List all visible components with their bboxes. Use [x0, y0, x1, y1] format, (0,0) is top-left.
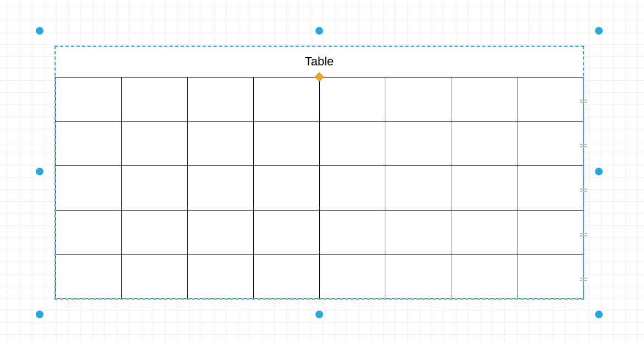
table-cell[interactable]: [319, 166, 385, 211]
table-cell[interactable]: [253, 78, 319, 122]
table-cell[interactable]: [451, 121, 517, 166]
table-row[interactable]: [56, 166, 583, 211]
table-cell[interactable]: [319, 78, 385, 122]
resize-handle-sw[interactable]: [36, 311, 43, 318]
resize-handle-w[interactable]: [36, 168, 43, 175]
row-divider-handle[interactable]: [580, 99, 587, 103]
table-cell[interactable]: [319, 210, 385, 255]
table-cell[interactable]: [451, 78, 517, 122]
table-cell[interactable]: [121, 210, 187, 255]
table-cell[interactable]: [319, 255, 385, 299]
table-cell[interactable]: [121, 166, 187, 211]
resize-handle-nw[interactable]: [36, 27, 43, 35]
row-divider-handle[interactable]: [580, 143, 587, 148]
table-cell[interactable]: [517, 210, 583, 255]
row-divider-handle[interactable]: [580, 188, 587, 192]
resize-handle-s[interactable]: [315, 311, 323, 318]
table-cell[interactable]: [517, 78, 583, 122]
table-row[interactable]: [56, 210, 583, 255]
table-cell[interactable]: [385, 210, 451, 255]
table-cell[interactable]: [121, 255, 187, 299]
table-cell[interactable]: [187, 166, 253, 211]
table-cell[interactable]: [319, 121, 385, 166]
table-title-text[interactable]: Table: [305, 54, 334, 69]
table-cell[interactable]: [187, 121, 253, 166]
resize-handle-se[interactable]: [595, 311, 603, 318]
table-cell[interactable]: [56, 166, 122, 211]
table-cell[interactable]: [517, 166, 583, 211]
table-cell[interactable]: [187, 78, 253, 122]
table-cell[interactable]: [253, 166, 319, 211]
table-row[interactable]: [56, 121, 583, 166]
table-cell[interactable]: [385, 121, 451, 166]
diagram-canvas[interactable]: Table: [0, 0, 644, 343]
table-cell[interactable]: [385, 166, 451, 211]
table-cell[interactable]: [451, 255, 517, 299]
table-row[interactable]: [56, 255, 583, 299]
table-cell[interactable]: [253, 210, 319, 255]
table-cell[interactable]: [121, 78, 187, 122]
table-cell[interactable]: [451, 210, 517, 255]
table-cell[interactable]: [56, 121, 122, 166]
table-cell[interactable]: [517, 255, 583, 299]
table-shape[interactable]: Table: [55, 46, 583, 299]
row-divider-handle[interactable]: [580, 277, 587, 281]
table-cell[interactable]: [56, 210, 122, 255]
table-cell[interactable]: [56, 78, 122, 122]
table-cell[interactable]: [187, 255, 253, 299]
table-cell[interactable]: [253, 255, 319, 299]
row-divider-handle[interactable]: [580, 233, 587, 237]
table-cell[interactable]: [451, 166, 517, 211]
table-cell[interactable]: [187, 210, 253, 255]
table-cell[interactable]: [385, 255, 451, 299]
table-cell[interactable]: [253, 121, 319, 166]
resize-handle-e[interactable]: [595, 168, 603, 175]
resize-handle-n[interactable]: [315, 27, 323, 35]
table-cell[interactable]: [385, 78, 451, 122]
table-cell[interactable]: [517, 121, 583, 166]
resize-handle-ne[interactable]: [595, 27, 603, 35]
table-cell[interactable]: [56, 255, 122, 299]
table-row[interactable]: [56, 78, 583, 122]
table-grid[interactable]: [55, 77, 583, 299]
table-cell[interactable]: [121, 121, 187, 166]
